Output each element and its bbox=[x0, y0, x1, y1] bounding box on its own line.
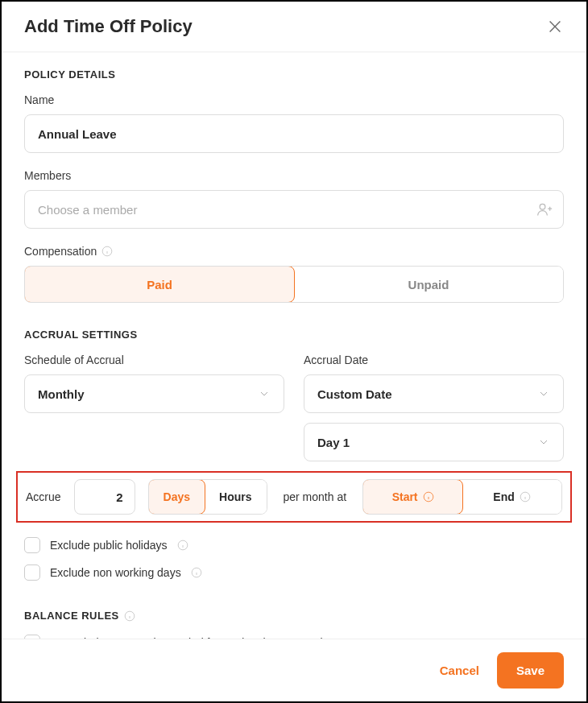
unit-toggle: Days Hours bbox=[148, 479, 267, 515]
info-icon bbox=[423, 491, 434, 502]
hours-button[interactable]: Hours bbox=[205, 480, 266, 514]
members-label: Members bbox=[24, 169, 564, 182]
info-icon bbox=[101, 246, 113, 257]
start-button[interactable]: Start bbox=[362, 479, 463, 515]
info-icon bbox=[191, 567, 202, 578]
chevron-down-icon bbox=[258, 387, 271, 400]
chevron-down-icon bbox=[537, 387, 550, 400]
add-timeoff-policy-modal: Add Time Off Policy POLICY DETAILS Name … bbox=[2, 2, 586, 651]
schedule-col: Schedule of Accrual Monthly bbox=[24, 354, 284, 461]
accrue-label: Accrue bbox=[26, 490, 61, 503]
chevron-down-icon bbox=[537, 436, 550, 449]
name-input[interactable] bbox=[24, 114, 564, 153]
accrual-settings-title: ACCRUAL SETTINGS bbox=[24, 329, 564, 341]
accrual-cols: Schedule of Accrual Monthly Accrual Date… bbox=[24, 354, 564, 461]
modal-title: Add Time Off Policy bbox=[24, 16, 193, 37]
exclude-nonworking-row: Exclude non working days bbox=[2, 564, 586, 581]
policy-details-section: POLICY DETAILS Name Members Compensation bbox=[2, 52, 586, 303]
exclude-holidays-row: Exclude public holidays bbox=[2, 537, 586, 553]
end-button[interactable]: End bbox=[462, 480, 561, 514]
compensation-field: Compensation Paid Unpaid bbox=[24, 245, 564, 303]
accrual-day-value: Day 1 bbox=[317, 436, 350, 449]
accrual-date-label: Accrual Date bbox=[304, 354, 564, 366]
days-button[interactable]: Days bbox=[148, 479, 205, 515]
compensation-label: Compensation bbox=[24, 245, 564, 258]
members-field: Members bbox=[24, 169, 564, 229]
accrue-row-highlight: Accrue Days Hours per month at Start End bbox=[16, 471, 572, 523]
exclude-holidays-checkbox[interactable] bbox=[24, 537, 40, 553]
balance-rules-section: BALANCE RULES bbox=[2, 592, 586, 622]
exclude-nonworking-checkbox[interactable] bbox=[24, 564, 40, 581]
schedule-select[interactable]: Monthly bbox=[24, 374, 284, 413]
info-icon bbox=[124, 610, 135, 622]
modal-header: Add Time Off Policy bbox=[2, 2, 586, 52]
per-month-at-label: per month at bbox=[280, 490, 350, 503]
name-field: Name bbox=[24, 93, 564, 153]
modal-footer: Cancel Save bbox=[2, 639, 586, 701]
name-label: Name bbox=[24, 93, 564, 106]
accrual-settings-section: ACCRUAL SETTINGS Schedule of Accrual Mon… bbox=[2, 319, 586, 461]
add-member-icon[interactable] bbox=[536, 201, 553, 217]
info-icon bbox=[177, 540, 188, 551]
accrual-date-col: Accrual Date Custom Date Day 1 bbox=[304, 354, 564, 461]
info-icon bbox=[520, 491, 531, 502]
exclude-holidays-label: Exclude public holidays bbox=[50, 539, 168, 552]
close-icon[interactable] bbox=[546, 18, 564, 35]
accrual-date-value: Custom Date bbox=[317, 387, 392, 401]
cancel-button[interactable]: Cancel bbox=[440, 664, 479, 677]
save-button[interactable]: Save bbox=[497, 652, 564, 689]
compensation-toggle: Paid Unpaid bbox=[24, 266, 564, 303]
balance-rules-title: BALANCE RULES bbox=[24, 610, 564, 622]
accrual-day-select[interactable]: Day 1 bbox=[304, 423, 564, 461]
paid-button[interactable]: Paid bbox=[24, 266, 295, 303]
policy-details-title: POLICY DETAILS bbox=[24, 68, 564, 81]
schedule-label: Schedule of Accrual bbox=[24, 354, 284, 366]
accrue-amount-input[interactable] bbox=[74, 479, 135, 515]
unpaid-button[interactable]: Unpaid bbox=[294, 267, 563, 302]
schedule-value: Monthly bbox=[38, 387, 85, 401]
exclude-nonworking-label: Exclude non working days bbox=[50, 566, 181, 579]
accrual-date-select[interactable]: Custom Date bbox=[304, 374, 564, 413]
svg-point-0 bbox=[540, 204, 545, 209]
start-end-toggle: Start End bbox=[362, 479, 562, 515]
members-input[interactable] bbox=[24, 190, 564, 229]
